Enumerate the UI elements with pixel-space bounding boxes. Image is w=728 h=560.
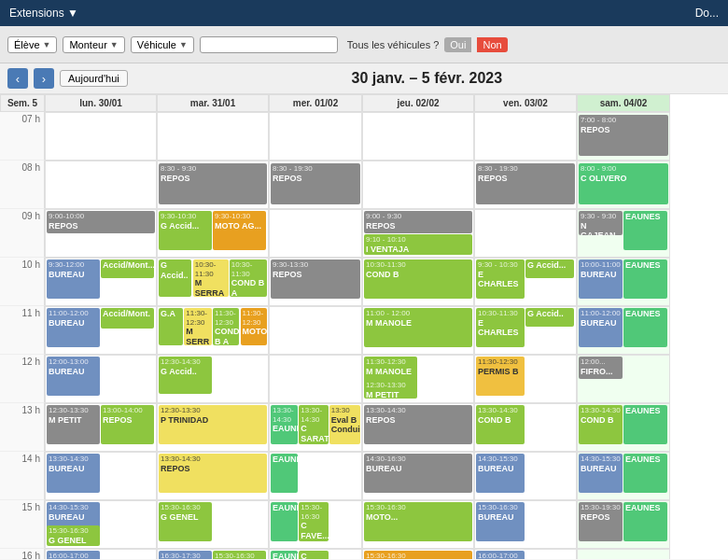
event-sam-14-bureau[interactable]: 14:30-15:30 BUREAU [579, 454, 623, 493]
event-ven-10-charles[interactable]: 9:30 - 10:30 E CHARLES [476, 259, 525, 299]
event-mar-10-cond[interactable]: 10:30-11:30 COND B A [230, 259, 267, 297]
event-jeu-12-petit[interactable]: 12:30-13:30 M PETIT [364, 380, 417, 399]
lun-08[interactable] [45, 161, 157, 209]
mar-09[interactable]: 9:30-10:30 G Accid... 9:30-10:30 MOTO AG… [157, 209, 269, 258]
ven-08[interactable]: 8:30 - 19:30 REPOS [474, 161, 577, 209]
ven-15[interactable]: 15:30-16:30 BUREAU [474, 500, 577, 549]
ven-14[interactable]: 14:30-15:30 BUREAU [474, 452, 577, 500]
event-mer-13-eval[interactable]: 13:30 Eval B Condui... [329, 405, 360, 444]
today-button[interactable]: Aujourd'hui [60, 70, 128, 87]
jeu-16[interactable]: 15:30-16:30 MOTO... [362, 549, 474, 559]
jeu-08[interactable] [362, 161, 474, 209]
event-ven-13-cond[interactable]: 13:30-14:30 COND B [476, 405, 525, 444]
lun-16[interactable]: 16:00-17:00 BUREAU 16:30-17:30 G GENEL [45, 549, 157, 559]
event-mer-10-repos[interactable]: 9:30-13:30 REPOS [271, 259, 360, 299]
oui-button[interactable]: Oui [444, 37, 471, 52]
ven-16[interactable]: 16:00-17:00 BUREAU [474, 549, 577, 559]
prev-button[interactable]: ‹ [7, 68, 28, 89]
ven-13[interactable]: 13:30-14:30 COND B [474, 403, 577, 452]
event-sam-13-cond[interactable]: 13:30-14:30 COND B [579, 405, 623, 444]
event-jeu-16-moto2[interactable]: 15:30-16:30 MOTO... [364, 551, 472, 559]
sam-16[interactable] [577, 549, 670, 559]
event-ven-12-permis[interactable]: 11:30-12:30 PERMIS B [476, 357, 525, 396]
date-input[interactable] [200, 36, 338, 53]
event-jeu-11-manole[interactable]: 11:00 - 12:00 M MANOLE [364, 308, 472, 347]
event-jeu-10-manole[interactable]: 10:30-11:30 COND B [364, 259, 472, 299]
sam-10[interactable]: 10:00-11:00 BUREAU EAUNES [577, 258, 670, 306]
event-mar-11-mserra2[interactable]: 11:30-12:30 M SERR [184, 308, 212, 345]
ven-09[interactable] [474, 209, 577, 258]
event-sam-15-eaunes6[interactable]: EAUNES [623, 502, 667, 541]
event-sam-10-eaunes2[interactable]: EAUNES [623, 259, 667, 299]
sam-11[interactable]: 11:00-12:00 BUREAU EAUNES [577, 306, 670, 355]
event-mar-11-cond2[interactable]: 11:30-12:30 COND B A [213, 308, 239, 345]
jeu-12[interactable]: 11:30-12:30 M MANOLE 12:30-13:30 M PETIT [362, 355, 474, 403]
event-lun-10-bureau[interactable]: 9:30-12:00 BUREAU [47, 259, 100, 299]
jeu-14[interactable]: 14:30-16:30 BUREAU [362, 452, 474, 500]
event-sam-08-olivero[interactable]: 8:00 - 9:00 C OLIVERO [579, 163, 668, 204]
mar-07[interactable] [157, 112, 269, 161]
event-mer-15-eaunes[interactable]: EAUNES [271, 502, 298, 541]
jeu-09[interactable]: 9:00 - 9:30 REPOS 9:10 - 10:10 I VENTAJA [362, 209, 474, 258]
mer-14[interactable]: EAUNES [269, 452, 362, 500]
event-mer-13-cond[interactable]: 13:30-14:30 C SARAT [299, 405, 328, 444]
sam-08[interactable]: 8:00 - 9:00 C OLIVERO [577, 161, 670, 209]
mer-11[interactable] [269, 306, 362, 355]
mar-14[interactable]: 13:30-14:30 REPOS [157, 452, 269, 500]
event-mar-10-accid[interactable]: G Accid.. [159, 259, 191, 297]
ven-07[interactable] [474, 112, 577, 161]
event-mar-14-trinidad2[interactable]: 13:30-14:30 REPOS [159, 454, 267, 493]
event-ven-15-bureau[interactable]: 15:30-16:30 BUREAU [476, 502, 525, 541]
sam-14[interactable]: 14:30-15:30 BUREAU EAUNES [577, 452, 670, 500]
ven-12[interactable]: 11:30-12:30 PERMIS B [474, 355, 577, 403]
sam-09[interactable]: 9:30 - 9:30 N GAJEAN EAUNES [577, 209, 670, 258]
lun-12[interactable]: 12:00-13:00 BUREAU [45, 355, 157, 403]
event-sam-12-repos[interactable]: 12:00... FIFRO... [579, 357, 623, 379]
mar-16[interactable]: 16:30-17:30 BUREAU 15:30-16:30 G GENEL [157, 549, 269, 559]
mer-08[interactable]: 8:30 - 19:30 REPOS [269, 161, 362, 209]
event-mer-15-cfave[interactable]: 15:30-16:30 C FAVE... [299, 502, 328, 541]
mer-15[interactable]: EAUNES 15:30-16:30 C FAVE... [269, 500, 362, 549]
event-lun-16-bureau[interactable]: 16:00-17:00 BUREAU [47, 551, 100, 559]
event-mar-09-moto[interactable]: 9:30-10:30 MOTO AG... [213, 211, 266, 250]
event-mar-16-bureau[interactable]: 16:30-17:30 BUREAU [159, 551, 212, 559]
event-mar-09-accid[interactable]: 9:30-10:30 G Accid... [159, 211, 212, 250]
mer-12[interactable] [269, 355, 362, 403]
event-sam-15-repos[interactable]: 15:30-19:30 REPOS [579, 502, 623, 541]
mar-13[interactable]: 12:30-13:30 P TRINIDAD [157, 403, 269, 452]
sam-12[interactable]: 12:00... FIFRO... [577, 355, 670, 403]
next-button[interactable]: › [34, 68, 54, 89]
calendar-container[interactable]: Sem. 5 lun. 30/01 mar. 31/01 mer. 01/02 … [0, 94, 728, 559]
event-jeu-15-moto[interactable]: 15:30-16:30 MOTO... [364, 502, 472, 541]
mer-13[interactable]: 13:30-14:30 EAUNES 13:30-14:30 C SARAT 1… [269, 403, 362, 452]
mer-10[interactable]: 9:30-13:30 REPOS [269, 258, 362, 306]
sam-13[interactable]: 13:30-14:30 COND B EAUNES [577, 403, 670, 452]
event-mar-16-genel3[interactable]: 15:30-16:30 G GENEL [213, 551, 266, 559]
event-ven-10-accid3[interactable]: G Accid... [525, 259, 574, 278]
sam-15[interactable]: 15:30-19:30 REPOS EAUNES [577, 500, 670, 549]
event-sam-11-bureau2[interactable]: 11:00-12:00 BUREAU [579, 308, 623, 347]
event-mar-10-mserra[interactable]: 10:30-11:30 M SERRA [193, 259, 229, 297]
event-lun-12-bureau[interactable]: 12:00-13:00 BUREAU [47, 357, 100, 396]
event-mer-14-eaunes[interactable]: EAUNES [271, 454, 298, 493]
event-mar-11-moto2[interactable]: 11:30-12:30 MOTO [241, 308, 267, 345]
monteur-select[interactable]: Monteur ▼ [63, 36, 124, 53]
event-lun-11-bureau[interactable]: 11:00-12:00 BUREAU [47, 308, 100, 347]
event-sam-07-repos[interactable]: 7:00 - 8:00 REPOS [579, 115, 668, 156]
event-mar-15-genel[interactable]: 15:30-16:30 G GENEL [159, 502, 212, 541]
event-sam-13-eaunes4[interactable]: EAUNES [623, 405, 667, 444]
event-lun-11-accid[interactable]: Accid/Mont. [101, 308, 154, 329]
lun-14[interactable]: 13:30-14:30 BUREAU [45, 452, 157, 500]
event-jeu-14-repos[interactable]: 14:30-16:30 BUREAU [364, 454, 472, 493]
vehicule-select[interactable]: Véhicule ▼ [131, 36, 194, 53]
event-ven-08-repos[interactable]: 8:30 - 19:30 REPOS [476, 163, 575, 204]
mer-07[interactable] [269, 112, 362, 161]
event-sam-14-eaunes5[interactable]: EAUNES [623, 454, 667, 493]
event-ven-16-bureau[interactable]: 16:00-17:00 BUREAU [476, 551, 525, 559]
event-lun-14-bureau[interactable]: 13:30-14:30 BUREAU [47, 454, 100, 493]
mar-11[interactable]: G.A 11:30-12:30 M SERR 11:30-12:30 COND … [157, 306, 269, 355]
mar-12[interactable]: 12:30-14:30 G Accid.. [157, 355, 269, 403]
event-sam-09-repos2[interactable]: 9:30 - 9:30 N GAJEAN [579, 211, 623, 235]
event-ven-11-charles2[interactable]: 10:30-11:30 E CHARLES [476, 308, 525, 347]
event-lun-10-accid2[interactable]: Accid/Mont... [101, 259, 154, 278]
